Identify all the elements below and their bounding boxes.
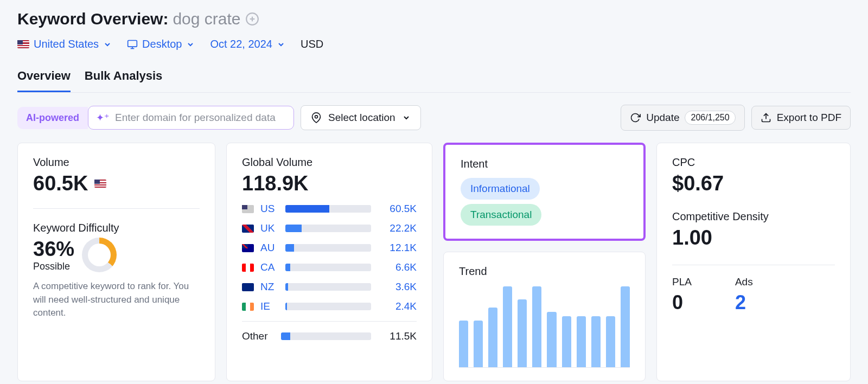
global-volume-row[interactable]: AU12.1K bbox=[242, 242, 417, 254]
trend-bar bbox=[474, 321, 483, 367]
country-volume-value: 6.6K bbox=[378, 261, 417, 273]
date-filter[interactable]: Oct 22, 2024 bbox=[210, 38, 285, 50]
global-volume-other-row: Other 11.5K bbox=[242, 330, 417, 342]
domain-input[interactable]: ✦⁺ Enter domain for personalized data bbox=[88, 106, 294, 130]
country-filter-label: United States bbox=[34, 38, 99, 50]
country-volume-value: 2.4K bbox=[378, 300, 417, 312]
cpc-label: CPC bbox=[672, 156, 835, 169]
country-code: AU bbox=[260, 242, 279, 254]
add-keyword-button[interactable] bbox=[245, 12, 259, 26]
volume-bar bbox=[285, 205, 371, 213]
sparkle-icon: ✦⁺ bbox=[96, 112, 110, 124]
volume-bar bbox=[285, 283, 371, 291]
global-volume-row[interactable]: CA6.6K bbox=[242, 261, 417, 273]
tab-overview[interactable]: Overview bbox=[17, 69, 71, 92]
pla-value: 0 bbox=[672, 291, 692, 314]
intent-card: Intent Informational Transactional bbox=[443, 143, 646, 241]
trend-bar bbox=[606, 316, 615, 367]
volume-bar bbox=[285, 303, 371, 310]
intent-pill-transactional[interactable]: Transactional bbox=[461, 204, 541, 226]
trend-bar bbox=[503, 286, 512, 367]
pla-label: PLA bbox=[672, 276, 692, 288]
update-count-pill: 206/1,250 bbox=[685, 111, 735, 125]
currency-label: USD bbox=[301, 38, 323, 50]
trend-bar bbox=[577, 316, 586, 367]
ads-label: Ads bbox=[735, 276, 753, 288]
ads-value[interactable]: 2 bbox=[735, 291, 753, 314]
country-volume-value: 60.5K bbox=[378, 203, 417, 215]
page-title-keyword: dog crate bbox=[173, 10, 240, 28]
keyword-difficulty-donut bbox=[82, 238, 117, 272]
toolbar: AI-powered ✦⁺ Enter domain for personali… bbox=[0, 93, 868, 143]
country-filter[interactable]: United States bbox=[17, 38, 112, 50]
ai-powered-badge: AI-powered bbox=[17, 107, 88, 129]
global-volume-list: US60.5KUK22.2KAU12.1KCA6.6KNZ3.6KIE2.4K bbox=[242, 203, 417, 312]
intent-pill-informational[interactable]: Informational bbox=[461, 178, 540, 200]
country-volume-value: 12.1K bbox=[378, 242, 417, 254]
location-select[interactable]: Select location bbox=[301, 105, 421, 130]
chevron-down-icon bbox=[186, 40, 195, 49]
chevron-down-icon bbox=[402, 113, 411, 122]
global-volume-row[interactable]: NZ3.6K bbox=[242, 281, 417, 293]
global-volume-row[interactable]: IE2.4K bbox=[242, 300, 417, 312]
device-filter-label: Desktop bbox=[142, 38, 182, 50]
trend-bar bbox=[547, 312, 556, 367]
chevron-down-icon bbox=[277, 40, 285, 49]
filters-row: United States Desktop Oct 22, 2024 USD bbox=[17, 38, 851, 50]
global-volume-row[interactable]: US60.5K bbox=[242, 203, 417, 215]
country-volume-value: 22.2K bbox=[378, 222, 417, 234]
global-volume-label: Global Volume bbox=[242, 156, 417, 169]
flag-icon bbox=[242, 244, 254, 252]
competitive-density-value: 1.00 bbox=[672, 226, 835, 249]
country-code: US bbox=[260, 203, 279, 215]
country-code: CA bbox=[260, 261, 279, 273]
flag-icon bbox=[242, 225, 254, 233]
chevron-down-icon bbox=[103, 40, 112, 49]
flag-icon bbox=[242, 303, 254, 311]
export-pdf-button[interactable]: Export to PDF bbox=[751, 106, 851, 130]
volume-value: 60.5K bbox=[33, 172, 88, 195]
svg-point-6 bbox=[315, 116, 318, 118]
location-pin-icon bbox=[311, 112, 322, 123]
cpc-value: $0.67 bbox=[672, 172, 835, 195]
export-icon bbox=[761, 112, 771, 123]
update-button-label: Update bbox=[646, 112, 679, 124]
volume-bar bbox=[285, 225, 371, 232]
flag-us-icon bbox=[94, 180, 106, 188]
trend-bar bbox=[459, 321, 468, 367]
global-volume-card: Global Volume 118.9K US60.5KUK22.2KAU12.… bbox=[226, 143, 432, 381]
svg-rect-3 bbox=[128, 40, 137, 47]
tab-bulk-analysis[interactable]: Bulk Analysis bbox=[85, 69, 162, 92]
desktop-icon bbox=[127, 39, 138, 50]
refresh-icon bbox=[630, 112, 641, 123]
trend-bar bbox=[532, 286, 541, 367]
competitive-density-label: Competitive Density bbox=[672, 210, 835, 223]
trend-bar bbox=[562, 316, 571, 367]
flag-us-icon bbox=[17, 40, 29, 48]
volume-bar bbox=[285, 264, 371, 271]
date-filter-label: Oct 22, 2024 bbox=[210, 38, 272, 50]
keyword-difficulty-level: Possible bbox=[33, 261, 74, 272]
country-volume-value: 3.6K bbox=[378, 281, 417, 293]
global-volume-row[interactable]: UK22.2K bbox=[242, 222, 417, 234]
flag-icon bbox=[242, 205, 254, 213]
page-title-row: Keyword Overview: dog crate bbox=[17, 10, 851, 28]
device-filter[interactable]: Desktop bbox=[127, 38, 195, 50]
global-volume-other-value: 11.5K bbox=[378, 330, 417, 342]
country-code: IE bbox=[260, 300, 279, 312]
global-volume-other-label: Other bbox=[242, 330, 275, 342]
trend-bar bbox=[518, 299, 527, 367]
update-button[interactable]: Update 206/1,250 bbox=[621, 105, 744, 131]
trend-card: Trend bbox=[443, 252, 646, 381]
trend-bar bbox=[488, 308, 497, 367]
tabs: Overview Bulk Analysis bbox=[17, 69, 851, 93]
trend-bar bbox=[591, 316, 601, 367]
volume-label: Volume bbox=[33, 156, 200, 169]
flag-icon bbox=[242, 264, 254, 272]
page-title-prefix: Keyword Overview: bbox=[17, 10, 168, 28]
trend-bar bbox=[621, 286, 630, 367]
country-code: UK bbox=[260, 222, 279, 234]
volume-card: Volume 60.5K Keyword Difficulty 36% Poss… bbox=[17, 143, 215, 381]
intent-label: Intent bbox=[461, 158, 628, 170]
keyword-difficulty-label: Keyword Difficulty bbox=[33, 222, 200, 234]
